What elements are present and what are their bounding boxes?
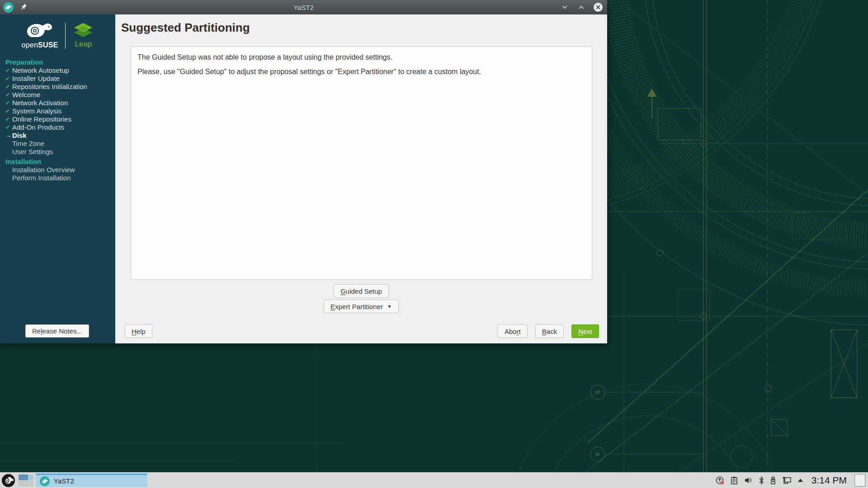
system-tray: 3:14 PM: [715, 474, 865, 487]
installer-sidebar: openSUSE Leap Preparation✔Network Autose…: [0, 14, 115, 343]
message-box: The Guided Setup was not able to propose…: [131, 47, 592, 280]
check-icon: ✔: [5, 115, 12, 123]
message-line: Please, use "Guided Setup" to adjust the…: [137, 67, 585, 77]
yast-app-icon: [5, 5, 12, 10]
sidebar-step: ✔System Analysis: [5, 107, 113, 115]
release-notes-button[interactable]: Release Notes...: [25, 324, 89, 338]
chevron-down-icon: [561, 5, 568, 10]
sidebar-steps: Preparation✔Network Autosetup✔Installer …: [0, 52, 115, 182]
opensuse-wordmark: openSUSE: [22, 41, 58, 49]
leap-diamond-logo: [73, 22, 94, 38]
check-icon: ✔: [5, 66, 12, 75]
sidebar-step: ✔Welcome: [5, 91, 113, 99]
sidebar-step-label: Time Zone: [12, 140, 44, 148]
message-line: The Guided Setup was not able to propose…: [137, 52, 585, 62]
sidebar-step-label: Add-On Products: [12, 123, 64, 131]
abort-button[interactable]: Abort: [498, 324, 528, 338]
sidebar-step: Perform Installation: [5, 174, 113, 182]
titlebar: YaST2: [0, 0, 607, 14]
opensuse-chameleon-logo: [25, 22, 55, 40]
wizard-nav-buttons: Abort Back Next: [498, 324, 599, 338]
sidebar-step-label: Network Autosetup: [12, 66, 69, 75]
application-launcher-button[interactable]: [1, 474, 15, 488]
dropdown-caret-icon: ▼: [387, 304, 392, 309]
network-icon[interactable]: [782, 476, 792, 485]
volume-icon[interactable]: [744, 476, 753, 485]
close-icon: [593, 2, 603, 12]
yast2-window: YaST2: [0, 0, 607, 343]
close-button[interactable]: [593, 2, 603, 12]
sidebar-step-label: Perform Installation: [12, 174, 71, 182]
brand-area: openSUSE Leap: [0, 14, 115, 52]
sidebar-step-label: Welcome: [12, 91, 40, 99]
sidebar-step: Installation Overview: [5, 166, 113, 174]
sidebar-step-label: System Analysis: [12, 107, 61, 115]
back-button[interactable]: Back: [535, 324, 564, 338]
task-label: YaST2: [54, 477, 74, 485]
sidebar-section-title: Preparation: [5, 58, 113, 66]
yast-task-icon: [40, 476, 50, 486]
sidebar-step: Time Zone: [5, 140, 113, 148]
taskbar: YaST2: [0, 472, 868, 488]
sidebar-step-label: Installer Update: [12, 75, 60, 83]
updates-icon[interactable]: [715, 476, 725, 485]
next-button[interactable]: Next: [571, 324, 599, 338]
maximize-button[interactable]: [576, 2, 586, 12]
clipboard-icon[interactable]: [730, 476, 739, 485]
sidebar-step: ✔Online Repositories: [5, 115, 113, 123]
sidebar-step-label: Installation Overview: [12, 166, 75, 174]
bluetooth-icon[interactable]: [758, 476, 764, 485]
current-step-arrow-icon: →: [5, 131, 12, 140]
removable-device-icon[interactable]: [769, 476, 777, 485]
sidebar-step-label: Online Repositories: [12, 115, 71, 123]
page-title: Suggested Partitioning: [121, 21, 250, 35]
sidebar-step: ✔Network Autosetup: [5, 66, 113, 75]
main-pane: Suggested Partitioning The Guided Setup …: [115, 14, 607, 343]
sidebar-step: ✔Installer Update: [5, 75, 113, 83]
virtual-desktop-pager[interactable]: [19, 474, 33, 487]
brand-divider: [65, 23, 66, 49]
pager-desktop-2[interactable]: [19, 481, 33, 487]
wallpaper-grid-marker: 4: [594, 452, 602, 456]
expert-partitioner-label: Expert Partitioner: [330, 303, 383, 310]
sidebar-step: ✔Add-On Products: [5, 123, 113, 131]
sidebar-step-label: Repositories Initialization: [12, 83, 87, 91]
expert-partitioner-button[interactable]: Expert Partitioner ▼: [324, 300, 399, 313]
window-menu-button[interactable]: [3, 2, 14, 13]
guided-setup-button[interactable]: Guided Setup: [334, 284, 389, 298]
sidebar-step: ✔Network Activation: [5, 99, 113, 107]
sidebar-step-label: Disk: [12, 131, 27, 140]
sidebar-step-label: Network Activation: [12, 99, 68, 107]
sidebar-step-label: User Settings: [12, 148, 53, 156]
show-desktop-button[interactable]: [854, 474, 865, 487]
expand-tray-caret-icon[interactable]: [797, 478, 804, 483]
sidebar-step: ✔Repositories Initialization: [5, 83, 113, 91]
check-icon: ✔: [5, 91, 12, 99]
minimize-button[interactable]: [560, 2, 570, 12]
check-icon: ✔: [5, 83, 12, 91]
clock[interactable]: 3:14 PM: [811, 475, 847, 486]
pin-icon[interactable]: [19, 3, 28, 12]
sidebar-step: User Settings: [5, 148, 113, 156]
wallpaper-grid-marker: 5: [594, 390, 602, 394]
taskbar-task-yast2[interactable]: YaST2: [36, 474, 147, 487]
leap-wordmark: Leap: [75, 40, 92, 49]
check-icon: ✔: [5, 99, 12, 107]
window-title: YaST2: [0, 4, 607, 11]
sidebar-section-title: Installation: [5, 158, 113, 166]
check-icon: ✔: [5, 75, 12, 83]
chevron-up-icon: [578, 5, 585, 10]
check-icon: ✔: [5, 123, 12, 131]
check-icon: ✔: [5, 107, 12, 115]
help-button[interactable]: Help: [125, 324, 152, 338]
sidebar-step: →Disk: [5, 131, 113, 140]
pager-window-preview: [19, 474, 28, 480]
pager-desktop-1[interactable]: [19, 474, 33, 480]
